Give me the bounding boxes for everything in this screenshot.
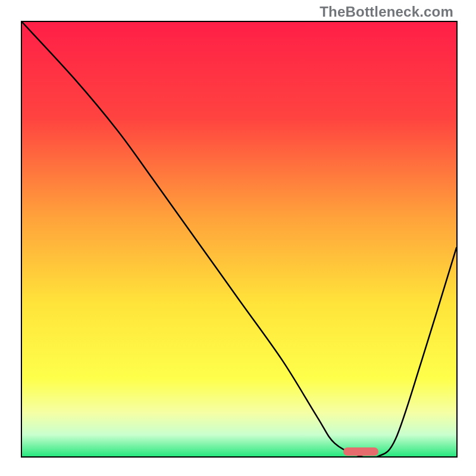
chart-curve — [22, 22, 456, 456]
optimal-range-marker — [343, 447, 378, 456]
watermark-text: TheBottleneck.com — [320, 4, 453, 20]
chart-frame — [21, 21, 458, 458]
